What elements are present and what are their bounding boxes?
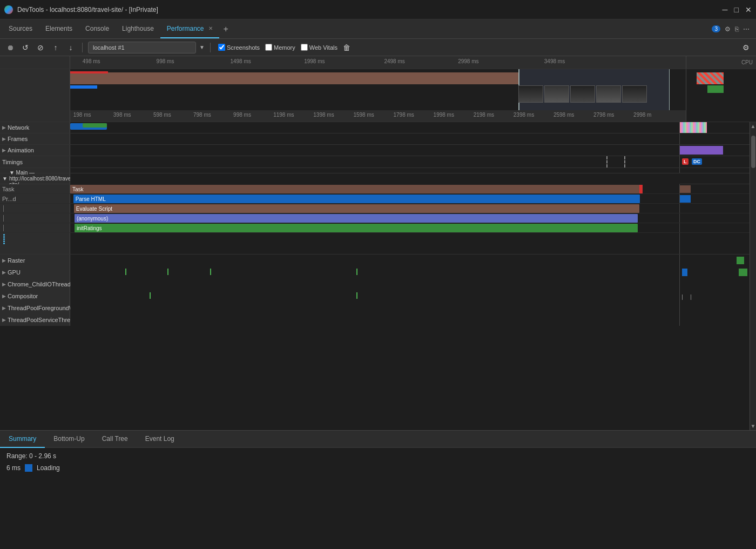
tab-console[interactable]: Console [79, 19, 116, 38]
gpu-deco [682, 269, 687, 276]
chart-item-label: Loading [37, 464, 60, 472]
parse-html-bar[interactable]: Parse HTML [73, 195, 640, 203]
timings-row: Timings L DC [0, 156, 750, 168]
net-deco [707, 85, 724, 93]
tab-lighthouse[interactable]: Lighthouse [116, 19, 160, 38]
raster-green-block [737, 257, 744, 264]
frames-track-label[interactable]: ▶ Frames [0, 133, 70, 144]
flame-label-eval: │ [0, 204, 70, 213]
anonymous-bar[interactable]: (anonymous) [75, 214, 638, 223]
mtick-5: 1198 ms [273, 112, 294, 118]
flame-row-task: Task Task [0, 184, 750, 194]
cancel-button[interactable]: ⊘ [35, 42, 46, 53]
flame-data-task[interactable]: Task [70, 184, 679, 193]
flame-label-initratings: │ [0, 223, 70, 232]
tick-0: 498 ms [83, 58, 100, 64]
tab-event-log[interactable]: Event Log [137, 431, 183, 448]
title-bar-controls[interactable]: ─ □ ✕ [723, 5, 752, 14]
threadpool-fg-expand-icon[interactable]: ▶ [2, 305, 6, 311]
threadpool-svc-expand-icon[interactable]: ▶ [2, 317, 6, 323]
network-overview-bar [70, 85, 97, 89]
network-expand-icon[interactable]: ▶ [2, 125, 6, 130]
mtick-8: 1798 ms [394, 112, 414, 118]
tab-bottom-up[interactable]: Bottom-Up [45, 431, 93, 448]
settings-icon[interactable]: ⚙ [725, 25, 731, 33]
mtick-2: 598 ms [153, 112, 171, 118]
eval-script-bar[interactable]: Evaluate Script [74, 204, 639, 213]
mtick-12: 2598 ms [554, 112, 574, 118]
clear-button[interactable]: 🗑 [343, 43, 350, 52]
network-label-text: Network [8, 124, 29, 131]
gpu-track-row: ▶ GPU [0, 266, 750, 278]
scroll-up-arrow[interactable]: ▲ [750, 122, 756, 130]
frames-track-row: ▶ Frames [0, 133, 750, 145]
raster-expand-icon[interactable]: ▶ [2, 258, 6, 263]
tick-5: 2998 ms [458, 58, 478, 64]
tab-elements[interactable]: Elements [39, 19, 79, 38]
frames-label-text: Frames [8, 136, 28, 142]
share-icon[interactable]: ⎘ [735, 25, 739, 33]
memory-checkbox[interactable] [265, 44, 272, 51]
download-button[interactable]: ↓ [65, 42, 77, 53]
red-marker-bar [70, 71, 108, 73]
scrollbar-thumb[interactable] [751, 136, 755, 168]
spacer-row [0, 168, 750, 173]
threadpool-fg-label[interactable]: ▶ ThreadPoolForegroundWorker [0, 302, 70, 314]
timings-label: Timings [0, 156, 70, 168]
notifications-icon[interactable]: 3 [712, 25, 720, 32]
range-text: Range: 0 - 2.96 s [6, 452, 750, 460]
url-dropdown-arrow[interactable]: ▼ [199, 44, 205, 50]
flame-data-anon[interactable]: (anonymous) [70, 213, 679, 223]
compositor-expand-icon[interactable]: ▶ [2, 293, 6, 299]
chrome-childio-label[interactable]: ▶ Chrome_ChildIOThread [0, 278, 70, 290]
flame-data-eval[interactable]: Evaluate Script [70, 204, 679, 213]
tab-close-icon[interactable]: ✕ [208, 25, 213, 31]
tab-performance[interactable]: Performance ✕ [160, 19, 219, 38]
frames-expand-icon[interactable]: ▶ [2, 136, 6, 142]
animation-expand-icon[interactable]: ▶ [2, 148, 6, 153]
network-track-label[interactable]: ▶ Network [0, 122, 70, 133]
tab-sources[interactable]: Sources [2, 19, 39, 38]
bottom-panel: Summary Bottom-Up Call Tree Event Log Ra… [0, 430, 756, 549]
time-ruler-ticks: 498 ms 998 ms 1498 ms 1998 ms 2498 ms 29… [70, 56, 686, 69]
tab-summary[interactable]: Summary [0, 431, 45, 448]
tab-call-tree[interactable]: Call Tree [93, 431, 137, 448]
flamechart-body[interactable]: ▶ Network ▶ [0, 122, 756, 430]
init-ratings-bar[interactable]: initRatings [75, 224, 638, 232]
threadpool-svc-label[interactable]: ▶ ThreadPoolServiceThread [0, 314, 70, 326]
scroll-down-arrow[interactable]: ▼ [750, 422, 756, 430]
chrome-childio-track-row: ▶ Chrome_ChildIOThread [0, 278, 750, 290]
minimize-button[interactable]: ─ [723, 5, 728, 14]
vertical-scrollbar[interactable]: ▲ ▼ [750, 122, 756, 430]
animation-track-label[interactable]: ▶ Animation [0, 145, 70, 156]
gpu-track-label[interactable]: ▶ GPU [0, 266, 70, 278]
flame-data-parse[interactable]: Parse HTML [70, 194, 679, 203]
tab-add-button[interactable]: + [219, 19, 233, 38]
main-time-ruler-inner: 198 ms 398 ms 598 ms 798 ms 998 ms 1198 … [70, 110, 686, 122]
reload-button[interactable]: ↺ [19, 42, 31, 53]
gpu-expand-icon[interactable]: ▶ [2, 270, 6, 275]
chrome-childio-expand-icon[interactable]: ▶ [2, 282, 6, 287]
main-thread-label[interactable]: ▼ ▼ Main — http://localhost:8080/travel-… [0, 173, 70, 184]
performance-settings-button[interactable]: ⚙ [740, 42, 752, 53]
record-button[interactable]: ⏺ [4, 42, 16, 53]
threadpool-svc-data [70, 314, 679, 326]
main-thread-expand-icon[interactable]: ▼ [2, 176, 8, 182]
url-input[interactable] [88, 42, 196, 53]
threadpool-fg-track-row: ▶ ThreadPoolForegroundWorker [0, 302, 750, 314]
screenshots-checkbox[interactable] [218, 44, 225, 51]
webvitals-checkbox[interactable] [301, 44, 308, 51]
compositor-label[interactable]: ▶ Compositor [0, 290, 70, 302]
flame-row-initratings: │ initRatings [0, 223, 750, 233]
cpu-label: CPU [741, 59, 753, 65]
upload-button[interactable]: ↑ [50, 42, 62, 53]
maximize-button[interactable]: □ [734, 5, 739, 14]
flame-data-initratings[interactable]: initRatings [70, 223, 679, 232]
close-button[interactable]: ✕ [745, 5, 752, 14]
task-bar[interactable]: Task [70, 185, 643, 193]
threadpool-svc-label-text: ThreadPoolServiceThread [8, 317, 77, 323]
overview-bars[interactable]: NET [0, 69, 756, 110]
more-icon[interactable]: ⋯ [743, 25, 750, 33]
raster-track-label[interactable]: ▶ Raster [0, 255, 70, 266]
chart-row: 6 ms Loading [6, 464, 750, 472]
